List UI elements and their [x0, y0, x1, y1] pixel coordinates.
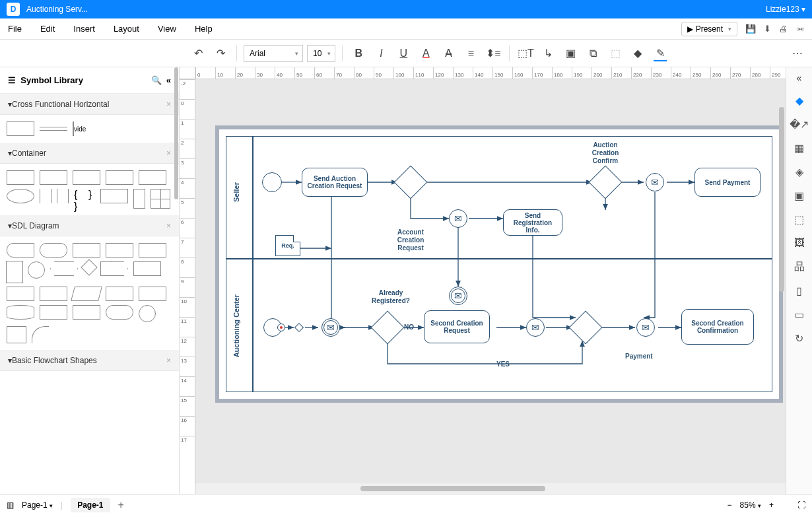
shape[interactable] — [7, 243, 34, 258]
more-button[interactable]: ⋯ — [788, 44, 807, 63]
close-icon[interactable]: × — [166, 221, 171, 230]
export-panel-icon[interactable]: �↗ — [793, 118, 806, 131]
close-icon[interactable]: × — [166, 356, 171, 365]
diagram-page[interactable]: Seller Auctioning Center — [215, 125, 783, 403]
shape-separator[interactable] — [40, 127, 67, 131]
text-box-button[interactable]: ⬚T — [516, 44, 535, 63]
pages-icon[interactable]: ▥ — [7, 500, 14, 510]
menu-edit[interactable]: Edit — [40, 24, 55, 34]
italic-button[interactable]: I — [372, 44, 390, 63]
menu-file[interactable]: File — [8, 24, 22, 34]
history-panel-icon[interactable]: ↻ — [793, 331, 806, 345]
font-color-button[interactable]: A — [417, 44, 435, 63]
shape-circle[interactable] — [139, 305, 156, 322]
message-event-1[interactable]: ✉ — [449, 209, 467, 228]
shape[interactable] — [106, 287, 133, 301]
menu-help[interactable]: Help — [195, 24, 213, 34]
shape-brace[interactable]: } — [88, 189, 95, 203]
connector-button[interactable]: ↳ — [539, 44, 557, 63]
shape-para[interactable] — [71, 287, 102, 301]
canvas[interactable]: 0102030405060708090100110120130140150160… — [180, 67, 786, 494]
shape-rect[interactable] — [100, 189, 128, 203]
shape-cyl[interactable] — [7, 305, 34, 320]
shape-brace[interactable]: { } — [74, 189, 83, 203]
download-icon[interactable]: ⬇ — [764, 24, 771, 34]
data-object-req[interactable]: Req. — [275, 235, 300, 256]
shape-bracket[interactable] — [40, 189, 51, 203]
collapse-sidebar-icon[interactable]: « — [166, 75, 171, 85]
text-highlight-button[interactable]: A̶ — [439, 44, 457, 63]
shape-diamond[interactable] — [81, 259, 97, 275]
task-send-registration[interactable]: Send Registration Info. — [503, 209, 562, 236]
group-button[interactable]: ⬚ — [606, 44, 625, 63]
page-dropdown[interactable]: Page-1 ▾ — [22, 500, 53, 510]
slide-panel-icon[interactable]: ▭ — [793, 308, 806, 321]
message-event-4[interactable]: ✉ — [526, 318, 545, 337]
task-send-payment[interactable]: Send Payment — [694, 168, 761, 197]
font-size-select[interactable]: 10 — [307, 45, 335, 62]
tree-panel-icon[interactable]: 品 — [793, 260, 806, 273]
canvas-vscroll[interactable] — [779, 107, 784, 292]
shape-grid[interactable] — [151, 189, 170, 209]
save-icon[interactable]: 💾 — [745, 24, 756, 34]
shape-ellipse[interactable] — [7, 189, 34, 203]
present-button[interactable]: ▶ Present ▾ — [681, 22, 737, 36]
data-panel-icon[interactable]: ⬚ — [793, 213, 806, 226]
shape[interactable] — [73, 243, 100, 258]
align-button[interactable]: ≡ — [461, 44, 480, 63]
menu-insert[interactable]: Insert — [73, 24, 95, 34]
shape-circle[interactable] — [28, 261, 45, 279]
menu-layout[interactable]: Layout — [114, 24, 139, 34]
shape-bracket[interactable] — [57, 189, 69, 203]
redo-button[interactable]: ↷ — [211, 44, 230, 63]
undo-button[interactable]: ↶ — [189, 44, 207, 63]
shape-arc[interactable] — [32, 326, 49, 343]
shape-rect[interactable] — [40, 170, 67, 185]
close-icon[interactable]: × — [166, 100, 171, 109]
search-icon[interactable]: 🔍 — [151, 75, 162, 85]
shape-hex[interactable] — [50, 261, 78, 276]
start-event-seller[interactable] — [262, 172, 282, 192]
message-event-3[interactable]: ✉ — [321, 318, 340, 337]
shape[interactable] — [40, 287, 67, 301]
shape[interactable] — [40, 305, 67, 320]
message-event-2[interactable]: ✉ — [646, 173, 664, 191]
section-container[interactable]: ▾ Container× — [0, 143, 179, 164]
menu-view[interactable]: View — [158, 24, 176, 34]
shape-lane[interactable] — [7, 121, 34, 136]
shape[interactable] — [133, 261, 161, 276]
comments-panel-icon[interactable]: ▣ — [793, 189, 806, 202]
shape[interactable] — [106, 243, 133, 258]
section-sdl[interactable]: ▾ SDL Diagram× — [0, 215, 179, 236]
shape-rect[interactable] — [133, 189, 145, 209]
underline-button[interactable]: U — [394, 44, 413, 63]
task-second-confirmation[interactable]: Second Creation Confirmation — [681, 309, 754, 345]
image-panel-icon[interactable]: 🖼 — [793, 236, 806, 250]
arrange-button[interactable]: ⧉ — [584, 44, 602, 63]
fullscreen-button[interactable]: ⛶ — [797, 500, 805, 510]
shape[interactable] — [7, 287, 34, 301]
shape[interactable] — [139, 287, 166, 301]
add-page-button[interactable]: + — [118, 499, 124, 511]
section-basic-flowchart[interactable]: ▾ Basic Flowchart Shapes× — [0, 350, 179, 371]
zoom-out-button[interactable]: − — [727, 500, 732, 510]
message-event-5[interactable]: ✉ — [636, 318, 655, 337]
fill-button[interactable]: ◆ — [628, 44, 647, 63]
intermediate-event[interactable]: ✉ — [449, 287, 467, 305]
user-menu[interactable]: Lizzie123 ▾ — [766, 5, 805, 14]
shape-rect[interactable] — [139, 170, 166, 185]
shape-vide[interactable]: vide — [73, 121, 99, 136]
shape-rect[interactable] — [7, 170, 34, 185]
print-icon[interactable]: 🖨 — [779, 24, 788, 34]
shape[interactable] — [139, 243, 166, 258]
shape[interactable] — [40, 243, 67, 258]
zoom-level[interactable]: 85% ▾ — [740, 500, 761, 510]
sidebar-scrollbar[interactable] — [174, 67, 178, 199]
share-icon[interactable]: ⫘ — [795, 24, 804, 34]
image-button[interactable]: ▣ — [561, 44, 580, 63]
shape-rect[interactable] — [73, 170, 100, 185]
line-color-button[interactable]: ✎ — [651, 44, 669, 63]
line-spacing-button[interactable]: ⬍≡ — [484, 44, 502, 63]
grid-panel-icon[interactable]: ▦ — [793, 141, 806, 154]
shape[interactable] — [73, 305, 100, 320]
